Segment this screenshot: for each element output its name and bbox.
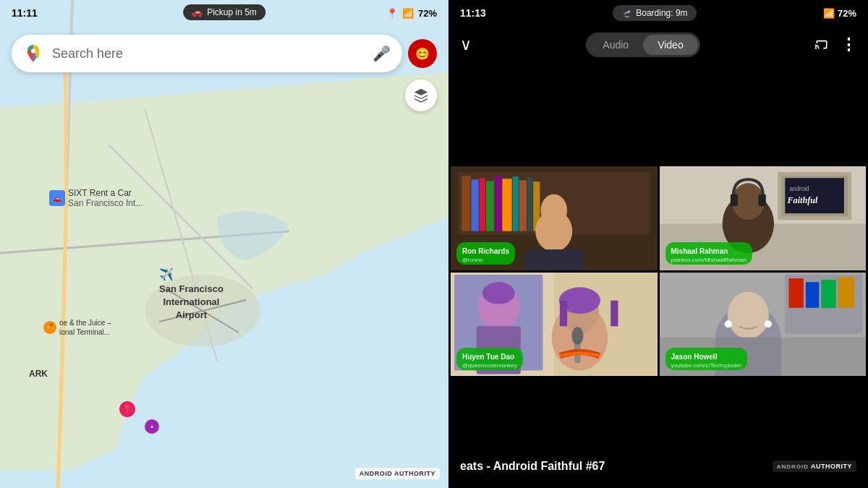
svg-rect-35 [730, 194, 737, 206]
back-button[interactable]: ∨ [460, 35, 472, 54]
svg-rect-56 [805, 282, 818, 308]
search-bar[interactable]: Search here 🎤 [12, 35, 402, 72]
svg-rect-55 [788, 278, 803, 308]
black-space-bottom [448, 378, 868, 445]
video-grid: Ron Richards @ronno android Faithf [448, 166, 868, 376]
layers-button[interactable] [405, 80, 437, 111]
name-badge-ron: Ron Richards @ronno [456, 242, 515, 265]
svg-rect-18 [513, 176, 519, 231]
uber-icon: 🚗 [192, 7, 203, 17]
boarding-text: Boarding: 9m [636, 8, 687, 18]
battery-left: 72% [418, 8, 437, 19]
authority-text: AUTHORITY [811, 463, 852, 470]
status-bar-left: 11:11 🚗 Pickup in 5m 📍 📶 72% [0, 0, 448, 26]
wifi-icon-left: 📶 [402, 8, 414, 19]
name-badge-huyen: Huyen Tue Dao @queencodemonkey [456, 348, 523, 370]
bottom-bar: eats - Android Faithful #67 ANDROID AUTH… [448, 445, 868, 488]
svg-rect-23 [524, 249, 584, 270]
map-pin-2: • [145, 419, 159, 434]
svg-rect-48 [610, 300, 618, 326]
battery-right: 72% [838, 8, 856, 19]
search-bar-container: Search here 🎤 😊 [12, 35, 437, 72]
notification-text: Pickup in 5m [207, 7, 257, 17]
aa-watermark-right: ANDROID AUTHORITY [773, 461, 856, 472]
brand-icon: ANDROID [777, 463, 809, 470]
boarding-icon: 🛫 [621, 9, 631, 18]
avatar-initial: 😊 [415, 47, 430, 61]
svg-point-24 [540, 194, 567, 227]
cast-icon[interactable] [814, 36, 829, 54]
google-maps-icon [23, 43, 43, 64]
svg-rect-17 [502, 179, 511, 231]
video-cell-huyen: Huyen Tue Dao @queencodemonkey [451, 273, 658, 377]
svg-rect-14 [480, 178, 485, 231]
svg-point-62 [724, 320, 731, 328]
layers-icon [413, 87, 429, 103]
tab-audio[interactable]: Audio [588, 35, 643, 55]
svg-rect-16 [495, 176, 501, 231]
svg-text:Faithful: Faithful [786, 195, 818, 205]
svg-point-50 [571, 327, 583, 344]
mic-icon[interactable]: 🎤 [373, 45, 391, 62]
tab-video[interactable]: Video [643, 35, 698, 55]
map-pin-1: 📍 [119, 401, 135, 417]
wifi-icon-right: 📶 [823, 8, 835, 19]
app-bar: ∨ Audio Video ⋮ [448, 26, 868, 64]
svg-rect-36 [758, 194, 765, 206]
video-cell-jason: Jason Howell youtube.com/c/Techsploder [660, 273, 867, 377]
user-avatar[interactable]: 😊 [408, 39, 437, 68]
time-left: 11:11 [12, 7, 38, 19]
svg-point-8 [31, 49, 35, 53]
app-bar-icons: ⋮ [814, 35, 856, 54]
svg-rect-13 [472, 179, 479, 231]
video-cell-ron: Ron Richards @ronno [451, 166, 658, 270]
boarding-pill: 🛫 Boarding: 9m [613, 5, 696, 21]
name-badge-jason: Jason Howell youtube.com/c/Techsploder [665, 348, 747, 370]
black-space-top [448, 64, 868, 166]
aa-watermark-left: ANDROID AUTHORITY [355, 468, 440, 479]
svg-text:android: android [789, 186, 809, 192]
name-badge-mishaal: Mishaal Rahman patreon.com/MishaalRahman [665, 242, 753, 265]
video-cell-mishaal: android Faithful Mishaal Rahman patreon.… [660, 166, 867, 270]
search-placeholder: Search here [52, 46, 364, 61]
svg-rect-58 [838, 276, 854, 307]
tabs-container: Audio Video [586, 33, 699, 57]
status-icons-right: 📶 72% [823, 8, 856, 19]
status-icons-left: 📍 📶 72% [386, 8, 437, 19]
svg-point-43 [482, 282, 515, 304]
location-icon: 📍 [386, 8, 398, 19]
svg-rect-15 [486, 181, 494, 231]
episode-title: eats - Android Faithful #67 [460, 460, 605, 473]
time-right: 11:13 [460, 7, 486, 19]
notification-pill[interactable]: 🚗 Pickup in 5m [183, 4, 265, 20]
svg-point-60 [727, 291, 768, 338]
status-bar-right: 11:13 🛫 Boarding: 9m 📶 72% [448, 0, 868, 26]
right-panel: 11:13 🛫 Boarding: 9m 📶 72% ∨ Audio Video… [448, 0, 868, 488]
left-panel: 11:11 🚗 Pickup in 5m 📍 📶 72% Search here… [0, 0, 448, 488]
svg-rect-19 [519, 180, 527, 231]
svg-rect-47 [560, 300, 567, 326]
svg-rect-20 [527, 177, 532, 231]
svg-rect-57 [821, 280, 835, 308]
more-icon[interactable]: ⋮ [841, 35, 856, 54]
svg-rect-12 [461, 176, 470, 231]
svg-point-63 [764, 320, 771, 328]
